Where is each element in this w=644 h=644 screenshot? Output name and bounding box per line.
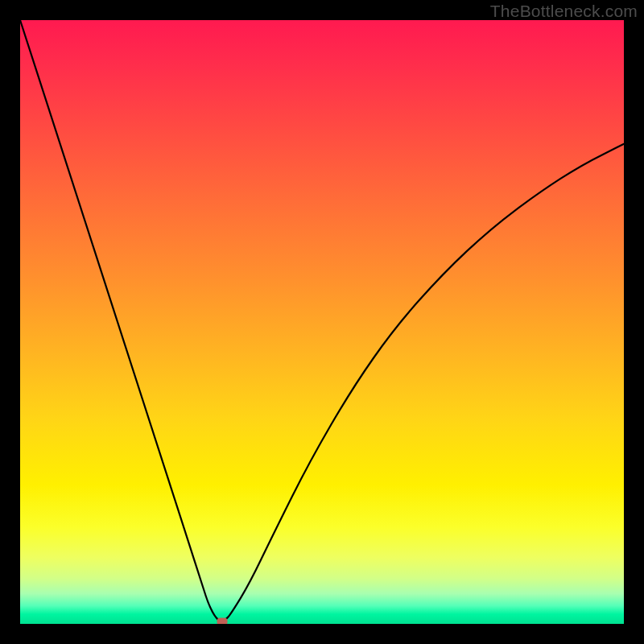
chart-frame: TheBottleneck.com: [0, 0, 644, 644]
optimal-point-marker: [217, 618, 228, 625]
watermark-text: TheBottleneck.com: [490, 2, 638, 21]
bottleneck-curve: [20, 20, 624, 624]
plot-area: [20, 20, 624, 624]
